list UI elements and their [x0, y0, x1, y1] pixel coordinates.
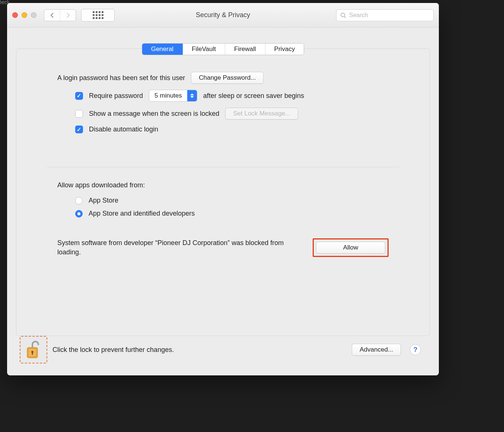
- login-password-text: A login password has been set for this u…: [57, 74, 185, 82]
- show-lock-message-checkbox[interactable]: [75, 110, 83, 118]
- require-password-delay-select[interactable]: 5 minutes: [149, 90, 197, 102]
- tab-filevault[interactable]: FileVault: [183, 44, 225, 55]
- forward-button[interactable]: [60, 10, 76, 21]
- general-panel: A login password has been set for this u…: [16, 48, 430, 336]
- radio-app-store-label: App Store: [89, 197, 118, 204]
- svg-rect-5: [32, 352, 33, 355]
- allow-button[interactable]: Allow: [316, 242, 385, 254]
- require-password-label: Require password: [89, 92, 143, 100]
- set-lock-message-button: Set Lock Message...: [225, 108, 298, 120]
- svg-point-0: [341, 13, 345, 17]
- require-password-suffix: after sleep or screen saver begins: [203, 92, 304, 100]
- tab-general[interactable]: General: [142, 44, 183, 55]
- blocked-software-text: System software from developer “Pioneer …: [57, 238, 296, 257]
- search-input[interactable]: [349, 12, 430, 19]
- allow-apps-heading: Allow apps downloaded from:: [57, 181, 145, 189]
- stepper-icon: [187, 90, 197, 101]
- svg-line-1: [344, 16, 346, 18]
- content: General FileVault Firewall Privacy A log…: [7, 28, 439, 375]
- tab-privacy[interactable]: Privacy: [265, 44, 304, 55]
- require-password-delay-value: 5 minutes: [149, 92, 187, 99]
- unlocked-lock-icon[interactable]: [26, 340, 41, 359]
- radio-app-store[interactable]: [75, 197, 83, 204]
- show-all-prefs-button[interactable]: [81, 9, 115, 22]
- tab-bar: General FileVault Firewall Privacy: [142, 43, 304, 55]
- preferences-window: Security & Privacy General FileVault Fir…: [7, 3, 439, 375]
- toolbar: Security & Privacy: [7, 3, 439, 28]
- radio-app-store-identified-label: App Store and identified developers: [89, 210, 195, 217]
- panel-divider: [47, 167, 399, 167]
- radio-app-store-identified[interactable]: [75, 210, 83, 217]
- show-lock-message-label: Show a message when the screen is locked: [89, 110, 219, 118]
- tab-firewall[interactable]: Firewall: [225, 44, 265, 55]
- chevron-left-icon: [50, 13, 54, 18]
- require-password-checkbox[interactable]: ✓: [75, 92, 83, 100]
- window-traffic-lights: [12, 12, 36, 18]
- chevron-right-icon: [66, 13, 70, 18]
- search-field[interactable]: [336, 9, 434, 21]
- change-password-button[interactable]: Change Password...: [191, 72, 264, 84]
- grid-icon: [93, 11, 103, 19]
- advanced-button[interactable]: Advanced...: [352, 344, 401, 356]
- disable-auto-login-checkbox[interactable]: ✓: [75, 126, 83, 133]
- close-window-button[interactable]: [12, 12, 18, 18]
- help-button[interactable]: ?: [410, 344, 421, 355]
- back-button[interactable]: [44, 10, 60, 21]
- minimize-window-button[interactable]: [22, 12, 27, 18]
- search-icon: [340, 12, 346, 18]
- lock-highlight-box: [20, 336, 47, 363]
- window-title: Security & Privacy: [196, 11, 250, 19]
- allow-highlight-box: Allow: [313, 238, 389, 257]
- disable-auto-login-label: Disable automatic login: [89, 126, 158, 133]
- footer: Click the lock to prevent further change…: [16, 336, 430, 369]
- lock-caption: Click the lock to prevent further change…: [52, 346, 174, 354]
- nav-back-forward: [44, 9, 76, 21]
- zoom-window-button[interactable]: [31, 12, 36, 18]
